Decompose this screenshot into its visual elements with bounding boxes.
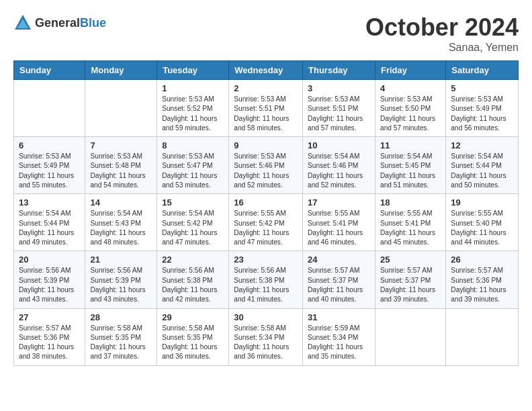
day-number: 19 <box>451 197 513 208</box>
day-number: 8 <box>162 140 224 150</box>
calendar-cell: 19Sunrise: 5:55 AM Sunset: 5:40 PM Dayli… <box>446 194 519 251</box>
day-number: 31 <box>308 312 370 322</box>
calendar-cell: 29Sunrise: 5:58 AM Sunset: 5:35 PM Dayli… <box>157 308 229 365</box>
day-number: 11 <box>380 140 441 150</box>
calendar-cell: 25Sunrise: 5:57 AM Sunset: 5:37 PM Dayli… <box>375 251 445 308</box>
weekday-header-sunday: Sunday <box>14 61 85 80</box>
calendar-cell: 8Sunrise: 5:53 AM Sunset: 5:47 PM Daylig… <box>157 137 229 194</box>
calendar-cell <box>85 80 157 137</box>
day-info: Sunrise: 5:59 AM Sunset: 5:34 PM Dayligh… <box>308 324 370 362</box>
calendar-cell: 14Sunrise: 5:54 AM Sunset: 5:43 PM Dayli… <box>85 194 157 251</box>
day-info: Sunrise: 5:53 AM Sunset: 5:51 PM Dayligh… <box>234 95 298 133</box>
day-info: Sunrise: 5:55 AM Sunset: 5:41 PM Dayligh… <box>380 209 441 247</box>
calendar-cell: 15Sunrise: 5:54 AM Sunset: 5:42 PM Dayli… <box>157 194 229 251</box>
calendar-cell: 20Sunrise: 5:56 AM Sunset: 5:39 PM Dayli… <box>14 251 85 308</box>
day-info: Sunrise: 5:54 AM Sunset: 5:44 PM Dayligh… <box>451 152 513 190</box>
calendar-cell: 16Sunrise: 5:55 AM Sunset: 5:42 PM Dayli… <box>229 194 303 251</box>
day-number: 14 <box>90 197 152 208</box>
day-number: 7 <box>90 140 152 150</box>
calendar-cell: 10Sunrise: 5:54 AM Sunset: 5:46 PM Dayli… <box>303 137 375 194</box>
day-number: 17 <box>308 197 370 208</box>
calendar-cell <box>375 308 445 365</box>
day-number: 24 <box>308 255 370 265</box>
logo-icon <box>13 13 32 32</box>
logo-general: General <box>35 16 80 30</box>
day-info: Sunrise: 5:57 AM Sunset: 5:37 PM Dayligh… <box>380 266 441 304</box>
day-number: 13 <box>19 197 80 208</box>
calendar-week-row: 13Sunrise: 5:54 AM Sunset: 5:44 PM Dayli… <box>14 194 519 251</box>
day-info: Sunrise: 5:53 AM Sunset: 5:49 PM Dayligh… <box>19 152 80 190</box>
calendar-cell: 7Sunrise: 5:53 AM Sunset: 5:48 PM Daylig… <box>85 137 157 194</box>
day-number: 20 <box>19 255 80 265</box>
day-info: Sunrise: 5:56 AM Sunset: 5:38 PM Dayligh… <box>234 266 298 304</box>
calendar-cell: 22Sunrise: 5:56 AM Sunset: 5:38 PM Dayli… <box>157 251 229 308</box>
calendar-cell: 6Sunrise: 5:53 AM Sunset: 5:49 PM Daylig… <box>14 137 85 194</box>
day-number: 4 <box>380 83 441 93</box>
day-info: Sunrise: 5:58 AM Sunset: 5:35 PM Dayligh… <box>162 324 224 362</box>
day-number: 23 <box>234 255 298 265</box>
calendar-cell: 23Sunrise: 5:56 AM Sunset: 5:38 PM Dayli… <box>229 251 303 308</box>
day-number: 10 <box>308 140 370 150</box>
month-title: October 2024 <box>365 13 519 42</box>
day-info: Sunrise: 5:54 AM Sunset: 5:42 PM Dayligh… <box>162 209 224 247</box>
day-number: 12 <box>451 140 513 150</box>
day-number: 2 <box>234 83 298 93</box>
day-info: Sunrise: 5:53 AM Sunset: 5:49 PM Dayligh… <box>451 95 513 133</box>
calendar-week-row: 20Sunrise: 5:56 AM Sunset: 5:39 PM Dayli… <box>14 251 519 308</box>
day-info: Sunrise: 5:58 AM Sunset: 5:35 PM Dayligh… <box>90 324 152 362</box>
day-info: Sunrise: 5:58 AM Sunset: 5:34 PM Dayligh… <box>234 324 298 362</box>
day-number: 1 <box>162 83 224 93</box>
day-info: Sunrise: 5:55 AM Sunset: 5:42 PM Dayligh… <box>234 209 298 247</box>
day-info: Sunrise: 5:54 AM Sunset: 5:45 PM Dayligh… <box>380 152 441 190</box>
day-info: Sunrise: 5:53 AM Sunset: 5:51 PM Dayligh… <box>308 95 370 133</box>
calendar-cell: 1Sunrise: 5:53 AM Sunset: 5:52 PM Daylig… <box>157 80 229 137</box>
day-number: 15 <box>162 197 224 208</box>
calendar-cell: 26Sunrise: 5:57 AM Sunset: 5:36 PM Dayli… <box>446 251 519 308</box>
calendar-cell: 28Sunrise: 5:58 AM Sunset: 5:35 PM Dayli… <box>85 308 157 365</box>
logo: GeneralBlue <box>13 13 106 32</box>
weekday-header-row: SundayMondayTuesdayWednesdayThursdayFrid… <box>14 61 519 80</box>
calendar-cell: 11Sunrise: 5:54 AM Sunset: 5:45 PM Dayli… <box>375 137 445 194</box>
calendar-cell: 27Sunrise: 5:57 AM Sunset: 5:36 PM Dayli… <box>14 308 85 365</box>
day-number: 18 <box>380 197 441 208</box>
calendar-cell: 5Sunrise: 5:53 AM Sunset: 5:49 PM Daylig… <box>446 80 519 137</box>
location-title: Sanaa, Yemen <box>365 42 519 54</box>
day-info: Sunrise: 5:56 AM Sunset: 5:39 PM Dayligh… <box>90 266 152 304</box>
day-number: 9 <box>234 140 298 150</box>
day-info: Sunrise: 5:53 AM Sunset: 5:46 PM Dayligh… <box>234 152 298 190</box>
calendar-week-row: 27Sunrise: 5:57 AM Sunset: 5:36 PM Dayli… <box>14 308 519 365</box>
day-info: Sunrise: 5:57 AM Sunset: 5:37 PM Dayligh… <box>308 266 370 304</box>
calendar-cell: 3Sunrise: 5:53 AM Sunset: 5:51 PM Daylig… <box>303 80 375 137</box>
day-info: Sunrise: 5:54 AM Sunset: 5:46 PM Dayligh… <box>308 152 370 190</box>
day-number: 6 <box>19 140 80 150</box>
day-info: Sunrise: 5:55 AM Sunset: 5:40 PM Dayligh… <box>451 209 513 247</box>
calendar-cell: 4Sunrise: 5:53 AM Sunset: 5:50 PM Daylig… <box>375 80 445 137</box>
day-number: 22 <box>162 255 224 265</box>
calendar-cell: 2Sunrise: 5:53 AM Sunset: 5:51 PM Daylig… <box>229 80 303 137</box>
day-number: 27 <box>19 312 80 322</box>
calendar-cell <box>446 308 519 365</box>
calendar-cell: 13Sunrise: 5:54 AM Sunset: 5:44 PM Dayli… <box>14 194 85 251</box>
day-info: Sunrise: 5:57 AM Sunset: 5:36 PM Dayligh… <box>451 266 513 304</box>
weekday-header-wednesday: Wednesday <box>229 61 303 80</box>
day-info: Sunrise: 5:53 AM Sunset: 5:52 PM Dayligh… <box>162 95 224 133</box>
day-number: 29 <box>162 312 224 322</box>
day-number: 16 <box>234 197 298 208</box>
day-info: Sunrise: 5:53 AM Sunset: 5:50 PM Dayligh… <box>380 95 441 133</box>
day-info: Sunrise: 5:54 AM Sunset: 5:43 PM Dayligh… <box>90 209 152 247</box>
calendar-cell: 30Sunrise: 5:58 AM Sunset: 5:34 PM Dayli… <box>229 308 303 365</box>
weekday-header-monday: Monday <box>85 61 157 80</box>
day-info: Sunrise: 5:53 AM Sunset: 5:47 PM Dayligh… <box>162 152 224 190</box>
calendar-cell <box>14 80 85 137</box>
day-number: 26 <box>451 255 513 265</box>
day-number: 28 <box>90 312 152 322</box>
calendar-cell: 17Sunrise: 5:55 AM Sunset: 5:41 PM Dayli… <box>303 194 375 251</box>
calendar-week-row: 6Sunrise: 5:53 AM Sunset: 5:49 PM Daylig… <box>14 137 519 194</box>
logo-blue: Blue <box>80 16 106 30</box>
day-info: Sunrise: 5:56 AM Sunset: 5:39 PM Dayligh… <box>19 266 80 304</box>
calendar-cell: 18Sunrise: 5:55 AM Sunset: 5:41 PM Dayli… <box>375 194 445 251</box>
calendar-cell: 9Sunrise: 5:53 AM Sunset: 5:46 PM Daylig… <box>229 137 303 194</box>
weekday-header-tuesday: Tuesday <box>157 61 229 80</box>
calendar-cell: 12Sunrise: 5:54 AM Sunset: 5:44 PM Dayli… <box>446 137 519 194</box>
page-header: GeneralBlue October 2024 Sanaa, Yemen <box>13 13 519 54</box>
